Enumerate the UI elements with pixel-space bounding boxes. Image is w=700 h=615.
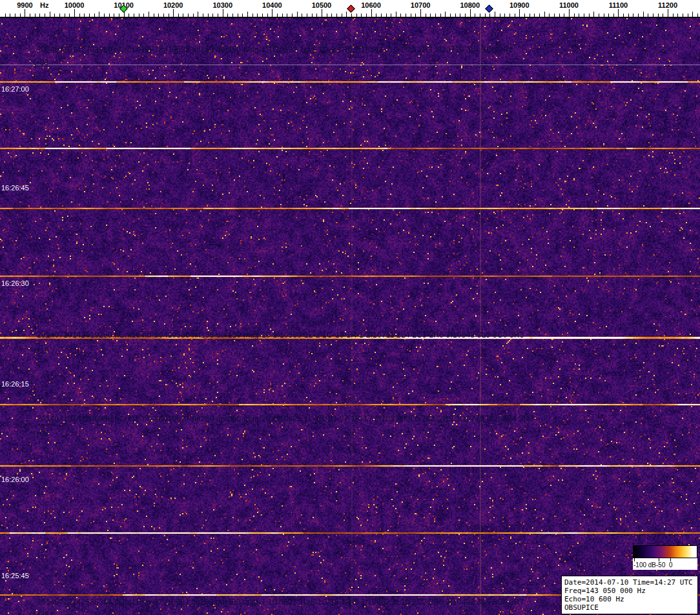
detection-tag: ^t+19 — [30, 346, 48, 355]
info-station: OBSUPICE — [564, 603, 695, 612]
marker-blue-diamond-icon[interactable] — [485, 5, 493, 13]
colorbar-label-min: -100 dB — [633, 561, 656, 569]
detection-tag: ^t+38 — [30, 610, 48, 615]
time-axis-label: 16:27:00 — [1, 85, 29, 93]
time-axis-label: 16:26:00 — [1, 476, 29, 483]
detection-tag: ^t+03 — [30, 58, 48, 67]
colorbar-legend: -100 dB -50 0 — [633, 545, 697, 570]
time-axis-label: 16:26:15 — [1, 380, 29, 388]
time-axis-label: 16:26:45 — [1, 184, 29, 192]
info-echo-freq: Echo=10 600 Hz — [564, 595, 695, 603]
info-frequency: Freq=143 050 000 Hz — [564, 587, 695, 595]
detection-tag: ^t+06 — [30, 429, 48, 438]
status-info-box: Date=2014-07-10 Time=14:27 UTC Freq=143 … — [561, 576, 698, 614]
time-axis-label: 16:25:45 — [1, 572, 29, 580]
detection-annotation: 20140710142703960 hCnt14 nb-78 f10592 hi… — [37, 45, 513, 54]
overlay-layer: 16:27:0016:26:4516:26:3016:26:1516:26:00… — [0, 0, 700, 615]
colorbar-label-max: 0 — [669, 561, 673, 569]
colorbar-labels: -100 dB -50 0 — [633, 561, 697, 570]
meteor-spectrogram-window: 9900100001010010200103001040010500106001… — [0, 0, 700, 615]
time-axis-label: 16:26:30 — [1, 279, 29, 287]
detection-annotation: 20140710142619260 hCnt13 nb-89 f10586 hi… — [37, 330, 524, 339]
detection-annotation: 20140710142606368 hCnt12 nb-86 f10627 hi… — [37, 414, 533, 423]
marker-green-diamond-icon[interactable] — [119, 5, 128, 13]
colorbar-gradient — [633, 545, 697, 558]
colorbar-label-mid: -50 — [656, 561, 665, 569]
detection-annotation: 20140710142536364 hCnt11 nb-87 f10601 hi… — [37, 598, 524, 607]
marker-red-diamond-icon[interactable] — [347, 5, 355, 13]
info-date-time: Date=2014-07-10 Time=14:27 UTC — [564, 578, 695, 587]
